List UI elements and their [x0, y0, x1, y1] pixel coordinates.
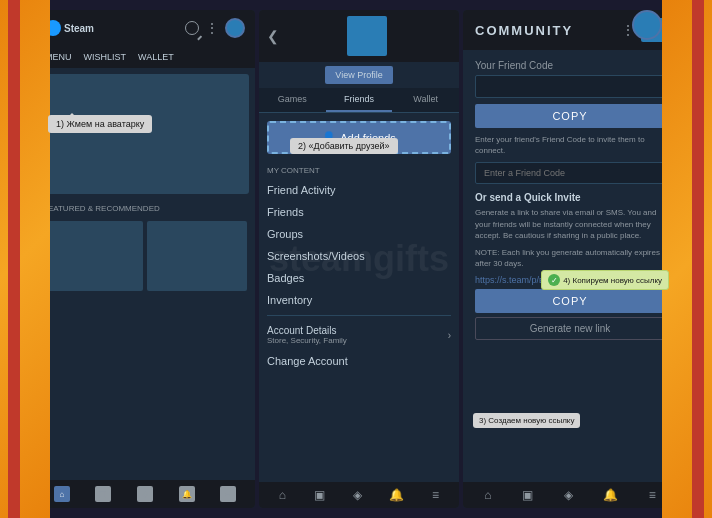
friend-code-section: Your Friend Code COPY Enter your friend'…	[463, 50, 677, 350]
profile-avatar	[347, 16, 387, 56]
featured-items-grid	[35, 217, 255, 295]
invite-description-text: Enter your friend's Friend Code to invit…	[475, 134, 665, 156]
annotation-step-4: ✓ 4) Копируем новую ссылку	[541, 270, 669, 290]
copy-link-button[interactable]: COPY	[475, 289, 665, 313]
note-text: NOTE: Each link you generate automatical…	[475, 247, 665, 269]
menu-account-details[interactable]: Account Details Store, Security, Family …	[259, 320, 459, 350]
notifications-icon-right[interactable]: 🔔	[603, 488, 618, 502]
my-content-label: MY CONTENT	[259, 162, 459, 179]
profile-dropdown-panel: ❮ View Profile Games Friends Wallet 👤 Ad…	[259, 10, 459, 508]
menu-groups[interactable]: Groups	[259, 223, 459, 245]
menu-icon-bottom[interactable]: ≡	[432, 488, 439, 502]
copy-friend-code-button[interactable]: COPY	[475, 104, 665, 128]
library-nav-icon[interactable]: ▣	[95, 486, 111, 502]
menu-change-account[interactable]: Change Account	[259, 350, 459, 372]
library-icon-right[interactable]: ▣	[522, 488, 533, 502]
middle-bottom-bar: ⌂ ▣ ◈ 🔔 ≡	[259, 482, 459, 508]
annotation-step-3: 3) Создаем новую ссылку	[473, 413, 580, 428]
profile-tabs: Games Friends Wallet	[259, 88, 459, 113]
menu-screenshots-videos[interactable]: Screenshots/Videos	[259, 245, 459, 267]
profile-header: ❮	[259, 10, 459, 62]
featured-item-2	[147, 221, 247, 291]
quick-invite-description: Generate a link to share via email or SM…	[475, 207, 665, 241]
view-profile-button[interactable]: View Profile	[325, 66, 392, 84]
menu-friend-activity[interactable]: Friend Activity	[259, 179, 459, 201]
generate-link-button[interactable]: Generate new link	[475, 317, 665, 340]
home-icon-right[interactable]: ⌂	[484, 488, 491, 502]
right-bottom-bar: ⌂ ▣ ◈ 🔔 ≡	[463, 482, 677, 508]
friend-code-input[interactable]	[475, 75, 665, 98]
check-circle-icon: ✓	[548, 274, 560, 286]
community-title: COMMUNITY	[475, 23, 573, 38]
menu-nav-icon[interactable]: ≡	[220, 486, 236, 502]
tab-wallet[interactable]: Wallet	[392, 88, 459, 112]
menu-badges[interactable]: Badges	[259, 267, 459, 289]
tooltip-step-2: 2) «Добавить друзей»	[290, 138, 398, 154]
friend-code-label: Your Friend Code	[475, 60, 665, 71]
library-icon-bottom[interactable]: ▣	[314, 488, 325, 502]
community-icon-bottom[interactable]: ◈	[353, 488, 362, 502]
gift-decoration-right	[662, 0, 712, 518]
avatar-floating[interactable]	[632, 10, 662, 40]
community-icon-right[interactable]: ◈	[564, 488, 573, 502]
home-icon-bottom[interactable]: ⌂	[279, 488, 286, 502]
steam-client-panel: Steam ⋮ MENU WISHLIST WALLET FEATURED & …	[35, 10, 255, 508]
tab-games[interactable]: Games	[259, 88, 326, 112]
steam-nav-bar: MENU WISHLIST WALLET	[35, 46, 255, 68]
tab-friends[interactable]: Friends	[326, 88, 393, 112]
nav-wallet[interactable]: WALLET	[134, 50, 178, 64]
home-nav-icon[interactable]: ⌂	[54, 486, 70, 502]
user-avatar-small[interactable]	[225, 18, 245, 38]
enter-friend-code-input[interactable]	[475, 162, 665, 184]
steam-logo: Steam	[45, 20, 94, 36]
bottom-nav-bar: ⌂ ▣ ◈ 🔔 ≡	[35, 480, 255, 508]
back-button[interactable]: ❮	[267, 28, 279, 44]
quick-invite-label: Or send a Quick Invite	[475, 192, 665, 203]
chevron-right-icon: ›	[448, 330, 451, 341]
featured-item-1	[43, 221, 143, 291]
featured-label: FEATURED & RECOMMENDED	[35, 200, 255, 217]
more-options-icon[interactable]: ⋮	[205, 20, 219, 36]
menu-inventory[interactable]: Inventory	[259, 289, 459, 311]
community-panel: COMMUNITY ⋮ Your Friend Code COPY Enter …	[463, 10, 677, 508]
menu-icon-right[interactable]: ≡	[649, 488, 656, 502]
notifications-icon-bottom[interactable]: 🔔	[389, 488, 404, 502]
menu-friends[interactable]: Friends	[259, 201, 459, 223]
community-nav-icon[interactable]: ◈	[137, 486, 153, 502]
main-content-area	[41, 74, 249, 194]
nav-wishlist[interactable]: WISHLIST	[80, 50, 131, 64]
divider-1	[267, 315, 451, 316]
gift-decoration-left	[0, 0, 50, 518]
search-icon[interactable]	[185, 21, 199, 35]
steam-title: Steam	[64, 23, 94, 34]
notifications-nav-icon[interactable]: 🔔	[179, 486, 195, 502]
steam-header: Steam ⋮	[35, 10, 255, 46]
tooltip-step-1: 1) Жмем на аватарку	[48, 115, 152, 133]
